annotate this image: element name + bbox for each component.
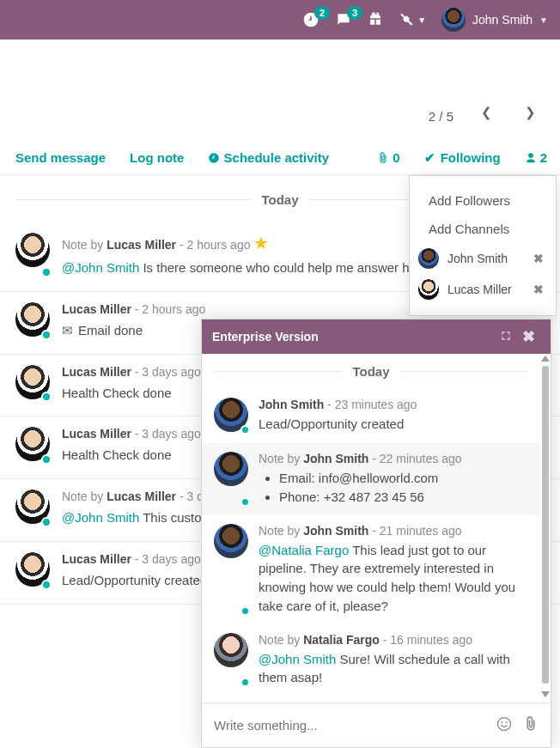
mention[interactable]: @John Smith: [62, 510, 139, 525]
note-prefix: Note by: [62, 490, 107, 503]
chat-body: Today John Smith - 23 minutes agoLead/Op…: [202, 354, 551, 702]
message-text: Health Check done: [62, 447, 172, 462]
follower-name: Lucas Miller: [447, 283, 512, 296]
envelope-icon: ✉: [62, 323, 73, 338]
status-indicator: [41, 580, 52, 590]
message-time: - 2 hours ago: [131, 302, 205, 316]
activities-icon[interactable]: 2: [302, 11, 320, 28]
svg-point-2: [506, 721, 508, 723]
avatar: [441, 8, 466, 32]
avatar: [214, 524, 248, 558]
chat-message: John Smith - 23 minutes agoLead/Opportun…: [202, 389, 540, 443]
list-item: Phone: +32 487 23 45 56: [279, 488, 528, 507]
svg-point-1: [502, 721, 503, 723]
scroll-up-arrow[interactable]: [541, 356, 550, 362]
chat-message-body: @Natalia Fargo This lead just got to our…: [259, 541, 528, 616]
log-note-tab[interactable]: Log note: [130, 150, 184, 165]
svg-point-0: [498, 718, 511, 731]
chat-message-header: Note by John Smith - 22 minutes ago: [259, 452, 528, 465]
author-name: Lucas Miller: [62, 302, 131, 316]
mention[interactable]: @John Smith: [259, 652, 336, 666]
chat-header[interactable]: Enterprise Version ✖: [202, 319, 551, 354]
bullet-list: Email: info@helloworld.comPhone: +32 487…: [279, 469, 528, 507]
schedule-activity-tab[interactable]: Schedule activity: [208, 150, 329, 165]
list-item: Email: info@helloworld.com: [279, 469, 528, 488]
follower-row[interactable]: John Smith✖: [410, 243, 556, 274]
remove-follower-icon[interactable]: ✖: [530, 283, 547, 296]
author-name: John Smith: [303, 524, 368, 538]
pager-label: 2 / 5: [429, 109, 453, 124]
message-time: - 3 days ago: [131, 365, 201, 379]
status-indicator: [41, 330, 52, 340]
status-indicator: [240, 678, 250, 687]
note-prefix: Note by: [259, 452, 303, 465]
message-time: - 21 minutes ago: [368, 524, 461, 538]
attachments-button[interactable]: 0: [377, 150, 400, 165]
chat-message-header: Note by Natalia Fargo - 16 minutes ago: [259, 633, 528, 647]
chat-window: Enterprise Version ✖ Today John Smith - …: [201, 319, 551, 748]
topbar: 2 3 ▼ John Smith ▼: [0, 0, 560, 40]
expand-icon[interactable]: [495, 330, 517, 344]
avatar: [214, 452, 248, 486]
following-button[interactable]: ✔ Following: [424, 150, 501, 166]
followers-panel: Add Followers Add Channels John Smith✖Lu…: [409, 175, 557, 316]
chat-message: Note by John Smith - 22 minutes agoEmail…: [202, 443, 540, 515]
chat-message-header: John Smith - 23 minutes ago: [259, 398, 528, 411]
status-indicator: [240, 497, 250, 507]
status-indicator: [41, 454, 52, 465]
add-followers-item[interactable]: Add Followers: [410, 186, 556, 215]
message-time: - 3 days ago: [131, 552, 201, 566]
chevron-down-icon: ▼: [539, 15, 548, 25]
close-icon[interactable]: ✖: [517, 327, 540, 346]
author-name: John Smith: [303, 452, 368, 465]
tools-dropdown[interactable]: ▼: [399, 12, 426, 27]
follower-row[interactable]: Lucas Miller✖: [410, 274, 556, 305]
chat-date-separator: Today: [202, 354, 540, 389]
chat-message-header: Note by John Smith - 21 minutes ago: [259, 524, 528, 538]
message-time: - 22 minutes ago: [368, 452, 461, 465]
user-menu[interactable]: John Smith ▼: [441, 8, 548, 32]
note-prefix: Note by: [259, 524, 303, 538]
mention[interactable]: @Natalia Fargo: [259, 543, 349, 557]
messages-icon[interactable]: 3: [335, 11, 352, 28]
emoji-icon[interactable]: [496, 715, 513, 735]
pager-next[interactable]: ❯: [520, 101, 541, 124]
status-indicator: [240, 606, 250, 616]
follower-name: John Smith: [447, 252, 508, 265]
author-name: Lucas Miller: [62, 552, 131, 566]
scroll-down-arrow[interactable]: [541, 691, 550, 697]
chat-message-body: Email: info@helloworld.comPhone: +32 487…: [259, 469, 528, 507]
message-time: - 2 hours ago: [176, 238, 250, 252]
send-message-tab[interactable]: Send message: [15, 150, 106, 165]
mention[interactable]: @John Smith: [62, 260, 139, 275]
note-prefix: Note by: [259, 633, 303, 647]
author-name: Lucas Miller: [62, 365, 131, 379]
scrollbar-thumb[interactable]: [542, 366, 549, 684]
pager-prev[interactable]: ❮: [476, 101, 497, 124]
followers-button[interactable]: 2: [525, 150, 547, 165]
author-name: Lucas Miller: [62, 427, 131, 441]
chatter-action-bar: Send message Log note Schedule activity …: [0, 141, 560, 175]
star-icon[interactable]: ★: [253, 234, 269, 252]
message-text: Email done: [78, 323, 143, 338]
avatar: [418, 248, 439, 269]
author-name: Lucas Miller: [107, 238, 176, 252]
message-text: Lead/Opportunity created: [62, 573, 207, 587]
messages-badge: 3: [347, 6, 362, 20]
message-text: Lead/Opportunity created: [259, 417, 404, 431]
author-name: Lucas Miller: [107, 490, 176, 503]
message-time: - 23 minutes ago: [324, 398, 417, 411]
chat-input[interactable]: [214, 718, 485, 733]
author-name: John Smith: [259, 398, 324, 411]
status-indicator: [41, 392, 52, 402]
activities-badge: 2: [314, 6, 330, 20]
attach-icon[interactable]: [523, 716, 539, 734]
chat-title: Enterprise Version: [212, 330, 495, 344]
gift-icon[interactable]: [368, 11, 383, 29]
add-channels-item[interactable]: Add Channels: [410, 215, 556, 243]
avatar: [214, 633, 248, 667]
remove-follower-icon[interactable]: ✖: [530, 252, 547, 265]
chat-message-body: @John Smith Sure! Will schedule a call w…: [259, 650, 528, 688]
chat-message: Note by Natalia Fargo - 16 minutes ago@J…: [202, 624, 540, 696]
message-text: Health Check done: [62, 386, 172, 400]
